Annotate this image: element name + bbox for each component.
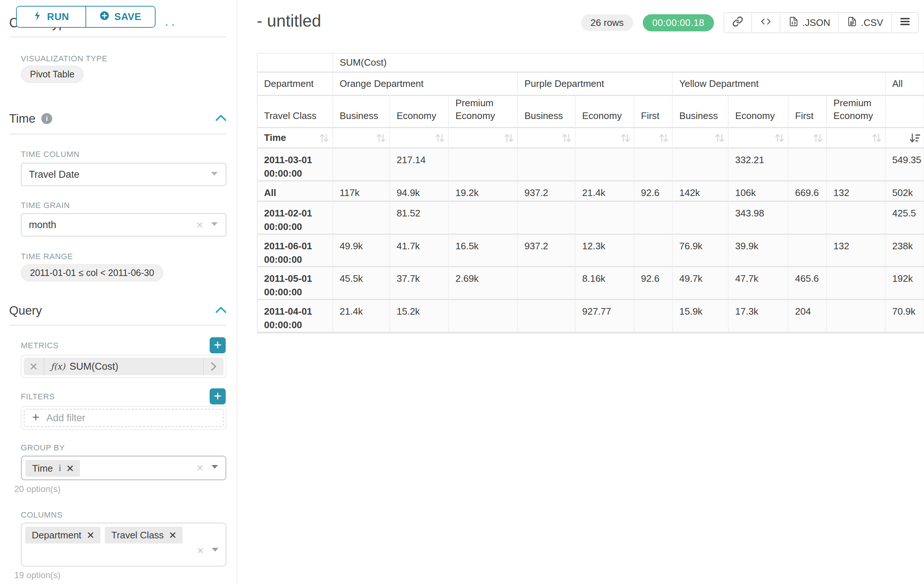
chevron-up-icon[interactable] <box>216 114 226 123</box>
value-cell: 21.4k <box>576 181 634 202</box>
value-cell <box>518 148 576 181</box>
query-section-header: Query <box>9 304 226 317</box>
sortable-column-header[interactable] <box>827 128 886 148</box>
value-cell: 49.7k <box>673 267 729 300</box>
caret-down-icon <box>211 464 219 471</box>
sortable-column-header[interactable] <box>673 128 729 148</box>
sortable-column-header[interactable] <box>576 128 634 148</box>
selected-option-chip[interactable]: Department <box>25 527 101 543</box>
value-cell: 927.77 <box>576 300 634 333</box>
selected-option-chip[interactable]: Travel Class <box>105 527 183 543</box>
caret-down-icon <box>210 222 218 228</box>
column-group-header: All <box>886 72 924 96</box>
share-link-button[interactable] <box>724 13 751 33</box>
metric-header-cell: SUM(Cost) <box>333 54 924 72</box>
time-grain-select[interactable]: month × <box>21 213 226 237</box>
hamburger-menu-icon <box>900 17 910 28</box>
sort-icon <box>434 132 445 144</box>
value-cell <box>634 235 673 268</box>
metric-chip-body[interactable]: ƒ(x) SUM(Cost) <box>44 358 203 375</box>
row-label-cell: All <box>257 181 333 202</box>
sort-icon <box>375 132 386 144</box>
value-cell: 81.52 <box>390 202 449 235</box>
chevron-right-icon[interactable] <box>203 358 223 375</box>
value-cell: 117k <box>333 181 390 202</box>
travel-class-dim-header: Travel Class <box>257 96 333 128</box>
value-cell: 19.2k <box>449 181 518 202</box>
export-json-button[interactable]: .JSON <box>780 13 838 33</box>
remove-chip-icon[interactable] <box>170 530 176 541</box>
link-icon <box>732 16 743 30</box>
metric-chip[interactable]: ƒ(x) SUM(Cost) <box>24 358 223 375</box>
embed-code-button[interactable] <box>751 13 780 33</box>
sortable-column-header[interactable] <box>518 128 576 148</box>
caret-down-icon <box>210 171 218 178</box>
value-cell: 15.9k <box>673 300 729 333</box>
remove-chip-icon[interactable] <box>67 463 73 474</box>
sortable-column-header[interactable] <box>789 128 827 148</box>
pivot-row: 2011-06-0100:00:0049.9k41.7k16.5k937.212… <box>257 235 924 268</box>
value-cell <box>827 267 886 300</box>
section-divider <box>9 325 226 326</box>
value-cell: 217.14 <box>390 148 449 181</box>
save-button[interactable]: SAVE <box>86 7 155 27</box>
value-cell: 132 <box>827 181 886 202</box>
menu-button[interactable] <box>891 13 918 33</box>
chevron-up-icon[interactable] <box>216 306 226 315</box>
time-dim-header[interactable]: Time <box>257 128 333 148</box>
sortable-column-header[interactable] <box>729 128 789 148</box>
clear-icon[interactable]: × <box>197 545 204 556</box>
remove-chip-icon[interactable] <box>87 530 94 541</box>
value-cell <box>333 148 390 181</box>
visualization-type-pill[interactable]: Pivot Table <box>21 66 84 83</box>
value-cell: 12.3k <box>576 235 634 268</box>
value-cell <box>673 202 729 235</box>
value-cell: 45.5k <box>333 267 390 300</box>
code-icon <box>760 16 772 29</box>
selected-option-chip[interactable]: Timei <box>26 460 80 477</box>
file-csv-icon <box>847 16 857 30</box>
row-count-badge: 26 rows <box>581 14 633 31</box>
add-filter-button[interactable] <box>210 388 226 405</box>
pivot-row: 2011-04-0100:00:0021.4k15.2k927.7715.9k1… <box>257 300 924 333</box>
add-metric-button[interactable] <box>210 337 226 353</box>
plus-icon <box>213 341 222 350</box>
value-cell: 76.9k <box>673 235 729 268</box>
column-leaf-header: First <box>789 96 827 128</box>
time-section-header: Time i <box>9 112 226 125</box>
sortable-column-header[interactable] <box>634 128 673 148</box>
pivot-row: 2011-05-0100:00:0045.5k37.7k2.69k8.16k92… <box>257 267 924 300</box>
sortable-column-header[interactable] <box>333 128 390 148</box>
sortable-column-header[interactable] <box>390 128 449 148</box>
clear-icon[interactable]: × <box>196 219 203 231</box>
chart-title[interactable]: - untitled <box>257 11 321 31</box>
row-label-cell: 2011-03-0100:00:00 <box>257 148 333 181</box>
remove-metric-icon[interactable] <box>24 358 44 375</box>
query-timer-badge: 00:00:00.18 <box>643 14 714 31</box>
time-column-select[interactable]: Travel Date <box>21 163 226 186</box>
value-cell <box>789 148 827 181</box>
value-cell <box>449 202 518 235</box>
value-cell <box>827 148 886 181</box>
value-cell: 49.9k <box>333 235 390 268</box>
run-save-button-group: RUN SAVE <box>16 6 155 28</box>
time-range-pill[interactable]: 2011-01-01 ≤ col < 2011-06-30 <box>21 264 163 281</box>
value-cell <box>673 148 729 181</box>
sortable-column-header[interactable] <box>449 128 518 148</box>
column-leaf-header: Economy <box>576 96 634 128</box>
column-leaf-header: Business <box>673 96 729 128</box>
value-cell: 332.21 <box>729 148 789 181</box>
row-label-cell: 2011-02-0100:00:00 <box>257 202 333 235</box>
clear-icon[interactable]: × <box>196 462 203 474</box>
add-filter-field[interactable]: Add filter <box>24 409 223 427</box>
columns-select[interactable]: DepartmentTravel Class × <box>21 523 226 566</box>
value-cell: 41.7k <box>390 235 449 268</box>
plus-icon <box>32 413 40 424</box>
result-controls: 26 rows 00:00:00.18 .JSON <box>581 12 919 34</box>
time-range-label: TIME RANGE <box>21 252 73 262</box>
export-csv-button[interactable]: .CSV <box>838 13 891 33</box>
group-by-select[interactable]: Timei × <box>21 456 226 480</box>
run-button[interactable]: RUN <box>17 7 86 27</box>
sorted-column-header[interactable] <box>886 128 924 148</box>
sort-desc-icon <box>909 132 921 144</box>
